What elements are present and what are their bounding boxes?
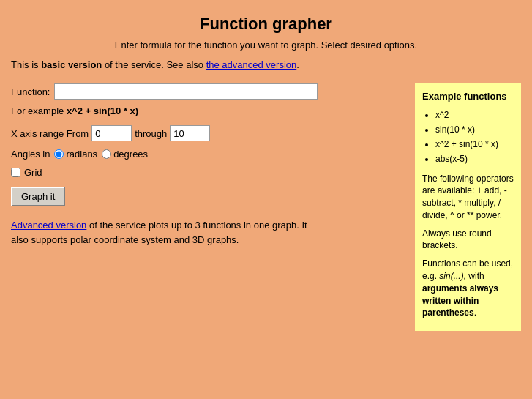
xaxis-label: X axis range From <box>11 128 89 139</box>
operators-text: The following operators are available: +… <box>422 173 514 222</box>
basic-version-bold: basic version <box>41 59 102 70</box>
example-functions-list: x^2 sin(10 * x) x^2 + sin(10 * x) abs(x-… <box>435 108 514 165</box>
radians-text: radians <box>66 149 97 160</box>
function-row: Function: <box>11 83 408 100</box>
basic-version-pre: This is <box>11 59 41 70</box>
example-text: For example x^2 + sin(10 * x) <box>11 105 408 116</box>
example-functions-title: Example functions <box>422 89 514 104</box>
grid-row: Grid <box>11 167 408 178</box>
list-item: x^2 + sin(10 * x) <box>435 138 514 151</box>
basic-version-post: of the service. See also <box>102 59 206 70</box>
function-label: Function: <box>11 86 50 97</box>
advanced-version-link-2[interactable]: Advanced version <box>11 220 86 231</box>
list-item: abs(x-5) <box>435 152 514 165</box>
advanced-note: Advanced version of the service plots up… <box>11 218 326 247</box>
functions-text-mid: with <box>466 271 484 281</box>
xaxis-to-input[interactable] <box>170 125 210 141</box>
example-formula: x^2 + sin(10 * x) <box>67 105 138 116</box>
angles-row: Angles in radians degrees <box>11 149 408 160</box>
right-panel: Example functions x^2 sin(10 * x) x^2 + … <box>415 83 521 331</box>
function-input[interactable] <box>54 83 318 100</box>
grid-checkbox[interactable] <box>11 168 20 177</box>
angles-label: Angles in <box>11 149 50 160</box>
xaxis-through-label: through <box>135 128 167 139</box>
basic-version-note: This is basic version of the service. Se… <box>11 59 521 70</box>
subtitle: Enter formula for the function you want … <box>11 40 521 51</box>
radians-label[interactable]: radians <box>54 149 97 160</box>
example-text-pre: For example <box>11 105 67 116</box>
main-layout: Function: For example x^2 + sin(10 * x) … <box>11 83 521 331</box>
degrees-text: degrees <box>113 149 148 160</box>
degrees-radio[interactable] <box>102 149 111 159</box>
left-panel: Function: For example x^2 + sin(10 * x) … <box>11 83 408 331</box>
period: . <box>296 59 299 70</box>
radians-radio[interactable] <box>54 149 64 159</box>
page-title: Function grapher <box>11 15 521 34</box>
xaxis-row: X axis range From through <box>11 125 408 141</box>
functions-text: Functions can be used, e.g. sin(...), wi… <box>422 258 514 319</box>
functions-text-italic: sin(...), <box>439 271 466 281</box>
functions-text-bold: arguments always written within parenthe… <box>422 283 498 318</box>
functions-text-post: . <box>474 307 476 318</box>
graph-button[interactable]: Graph it <box>11 187 65 206</box>
list-item: sin(10 * x) <box>435 123 514 136</box>
xaxis-from-input[interactable] <box>91 125 132 141</box>
grid-label: Grid <box>24 167 42 178</box>
list-item: x^2 <box>435 108 514 122</box>
advanced-version-link[interactable]: the advanced version <box>206 59 297 70</box>
degrees-label[interactable]: degrees <box>102 149 148 160</box>
brackets-text: Always use round brackets. <box>422 228 514 253</box>
